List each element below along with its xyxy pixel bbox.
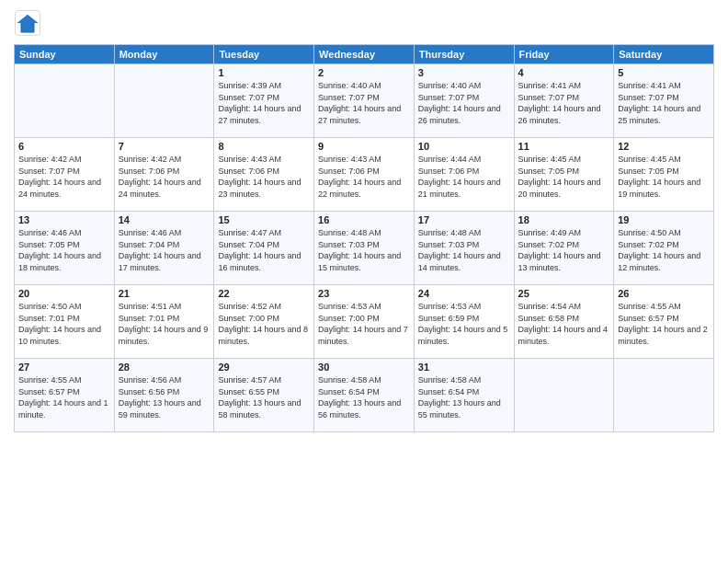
calendar-cell: 8Sunrise: 4:43 AMSunset: 7:06 PMDaylight… [214, 138, 314, 212]
calendar-cell: 3Sunrise: 4:40 AMSunset: 7:07 PMDaylight… [414, 64, 514, 138]
day-of-week-header: Tuesday [214, 45, 314, 64]
day-info: Sunrise: 4:43 AMSunset: 7:06 PMDaylight:… [218, 154, 310, 200]
calendar-cell [514, 359, 614, 432]
calendar-week-row: 1Sunrise: 4:39 AMSunset: 7:07 PMDaylight… [15, 64, 714, 138]
calendar-cell [114, 64, 214, 138]
day-of-week-header: Wednesday [314, 45, 415, 64]
day-number: 31 [418, 362, 510, 373]
calendar-cell: 27Sunrise: 4:55 AMSunset: 6:57 PMDayligh… [15, 359, 115, 432]
logo [14, 9, 43, 37]
calendar-cell: 30Sunrise: 4:58 AMSunset: 6:54 PMDayligh… [314, 359, 415, 432]
day-number: 18 [518, 214, 610, 225]
calendar-cell: 7Sunrise: 4:42 AMSunset: 7:06 PMDaylight… [114, 138, 214, 212]
calendar-cell: 5Sunrise: 4:41 AMSunset: 7:07 PMDaylight… [614, 64, 714, 138]
day-info: Sunrise: 4:50 AMSunset: 7:02 PMDaylight:… [618, 227, 710, 273]
day-info: Sunrise: 4:58 AMSunset: 6:54 PMDaylight:… [318, 374, 410, 420]
calendar-cell: 16Sunrise: 4:48 AMSunset: 7:03 PMDayligh… [314, 212, 415, 285]
day-info: Sunrise: 4:49 AMSunset: 7:02 PMDaylight:… [518, 227, 610, 273]
day-info: Sunrise: 4:48 AMSunset: 7:03 PMDaylight:… [318, 227, 410, 273]
day-info: Sunrise: 4:40 AMSunset: 7:07 PMDaylight:… [418, 80, 510, 126]
day-number: 10 [418, 141, 510, 152]
day-info: Sunrise: 4:48 AMSunset: 7:03 PMDaylight:… [418, 227, 510, 273]
day-of-week-header: Sunday [15, 45, 115, 64]
day-info: Sunrise: 4:42 AMSunset: 7:07 PMDaylight:… [18, 154, 110, 200]
day-number: 28 [119, 362, 210, 373]
day-number: 29 [218, 362, 310, 373]
calendar-cell: 1Sunrise: 4:39 AMSunset: 7:07 PMDaylight… [214, 64, 314, 138]
day-number: 15 [218, 214, 310, 225]
calendar-cell: 19Sunrise: 4:50 AMSunset: 7:02 PMDayligh… [614, 212, 714, 285]
day-number: 7 [119, 141, 210, 152]
day-of-week-header: Thursday [414, 45, 514, 64]
calendar-cell: 9Sunrise: 4:43 AMSunset: 7:06 PMDaylight… [314, 138, 415, 212]
day-info: Sunrise: 4:52 AMSunset: 7:00 PMDaylight:… [218, 301, 310, 347]
calendar-cell: 25Sunrise: 4:54 AMSunset: 6:58 PMDayligh… [514, 285, 614, 359]
day-info: Sunrise: 4:41 AMSunset: 7:07 PMDaylight:… [518, 80, 610, 126]
day-info: Sunrise: 4:40 AMSunset: 7:07 PMDaylight:… [318, 80, 410, 126]
day-number: 30 [318, 362, 410, 373]
day-info: Sunrise: 4:43 AMSunset: 7:06 PMDaylight:… [318, 154, 410, 200]
calendar-week-row: 6Sunrise: 4:42 AMSunset: 7:07 PMDaylight… [15, 138, 714, 212]
day-number: 17 [418, 214, 510, 225]
day-info: Sunrise: 4:46 AMSunset: 7:05 PMDaylight:… [18, 227, 110, 273]
day-number: 9 [318, 141, 410, 152]
day-number: 2 [318, 67, 410, 78]
day-info: Sunrise: 4:46 AMSunset: 7:04 PMDaylight:… [119, 227, 210, 273]
logo-icon [14, 9, 41, 37]
day-number: 22 [218, 288, 310, 299]
day-info: Sunrise: 4:50 AMSunset: 7:01 PMDaylight:… [18, 301, 110, 347]
calendar-week-row: 13Sunrise: 4:46 AMSunset: 7:05 PMDayligh… [15, 212, 714, 285]
calendar-cell: 18Sunrise: 4:49 AMSunset: 7:02 PMDayligh… [514, 212, 614, 285]
day-number: 12 [618, 141, 710, 152]
calendar-table: SundayMondayTuesdayWednesdayThursdayFrid… [14, 44, 714, 432]
calendar-week-row: 20Sunrise: 4:50 AMSunset: 7:01 PMDayligh… [15, 285, 714, 359]
calendar-cell: 26Sunrise: 4:55 AMSunset: 6:57 PMDayligh… [614, 285, 714, 359]
calendar-cell: 23Sunrise: 4:53 AMSunset: 7:00 PMDayligh… [314, 285, 415, 359]
calendar-cell: 6Sunrise: 4:42 AMSunset: 7:07 PMDaylight… [15, 138, 115, 212]
day-info: Sunrise: 4:53 AMSunset: 6:59 PMDaylight:… [418, 301, 510, 347]
day-info: Sunrise: 4:57 AMSunset: 6:55 PMDaylight:… [218, 374, 310, 420]
calendar-cell: 28Sunrise: 4:56 AMSunset: 6:56 PMDayligh… [114, 359, 214, 432]
day-number: 19 [618, 214, 710, 225]
day-number: 23 [318, 288, 410, 299]
calendar-cell: 11Sunrise: 4:45 AMSunset: 7:05 PMDayligh… [514, 138, 614, 212]
day-number: 13 [18, 214, 110, 225]
calendar-header-row: SundayMondayTuesdayWednesdayThursdayFrid… [15, 45, 714, 64]
day-info: Sunrise: 4:54 AMSunset: 6:58 PMDaylight:… [518, 301, 610, 347]
day-info: Sunrise: 4:55 AMSunset: 6:57 PMDaylight:… [618, 301, 710, 347]
day-number: 16 [318, 214, 410, 225]
calendar-cell: 29Sunrise: 4:57 AMSunset: 6:55 PMDayligh… [214, 359, 314, 432]
day-of-week-header: Friday [514, 45, 614, 64]
day-info: Sunrise: 4:45 AMSunset: 7:05 PMDaylight:… [518, 154, 610, 200]
calendar-cell: 24Sunrise: 4:53 AMSunset: 6:59 PMDayligh… [414, 285, 514, 359]
day-info: Sunrise: 4:56 AMSunset: 6:56 PMDaylight:… [119, 374, 210, 420]
calendar-cell: 20Sunrise: 4:50 AMSunset: 7:01 PMDayligh… [15, 285, 115, 359]
page: SundayMondayTuesdayWednesdayThursdayFrid… [0, 0, 728, 563]
day-info: Sunrise: 4:39 AMSunset: 7:07 PMDaylight:… [218, 80, 310, 126]
calendar-cell: 4Sunrise: 4:41 AMSunset: 7:07 PMDaylight… [514, 64, 614, 138]
day-info: Sunrise: 4:44 AMSunset: 7:06 PMDaylight:… [418, 154, 510, 200]
day-info: Sunrise: 4:42 AMSunset: 7:06 PMDaylight:… [119, 154, 210, 200]
calendar-cell: 14Sunrise: 4:46 AMSunset: 7:04 PMDayligh… [114, 212, 214, 285]
day-of-week-header: Monday [114, 45, 214, 64]
day-number: 21 [119, 288, 210, 299]
day-number: 8 [218, 141, 310, 152]
calendar-cell [614, 359, 714, 432]
day-number: 3 [418, 67, 510, 78]
day-info: Sunrise: 4:51 AMSunset: 7:01 PMDaylight:… [119, 301, 210, 347]
day-info: Sunrise: 4:55 AMSunset: 6:57 PMDaylight:… [18, 374, 110, 420]
day-number: 26 [618, 288, 710, 299]
day-number: 25 [518, 288, 610, 299]
day-number: 5 [618, 67, 710, 78]
day-number: 6 [18, 141, 110, 152]
calendar-cell: 2Sunrise: 4:40 AMSunset: 7:07 PMDaylight… [314, 64, 415, 138]
day-number: 20 [18, 288, 110, 299]
day-number: 4 [518, 67, 610, 78]
day-number: 11 [518, 141, 610, 152]
calendar-cell: 12Sunrise: 4:45 AMSunset: 7:05 PMDayligh… [614, 138, 714, 212]
day-info: Sunrise: 4:58 AMSunset: 6:54 PMDaylight:… [418, 374, 510, 420]
calendar-cell: 17Sunrise: 4:48 AMSunset: 7:03 PMDayligh… [414, 212, 514, 285]
calendar-cell: 10Sunrise: 4:44 AMSunset: 7:06 PMDayligh… [414, 138, 514, 212]
calendar-cell: 31Sunrise: 4:58 AMSunset: 6:54 PMDayligh… [414, 359, 514, 432]
day-info: Sunrise: 4:53 AMSunset: 7:00 PMDaylight:… [318, 301, 410, 347]
